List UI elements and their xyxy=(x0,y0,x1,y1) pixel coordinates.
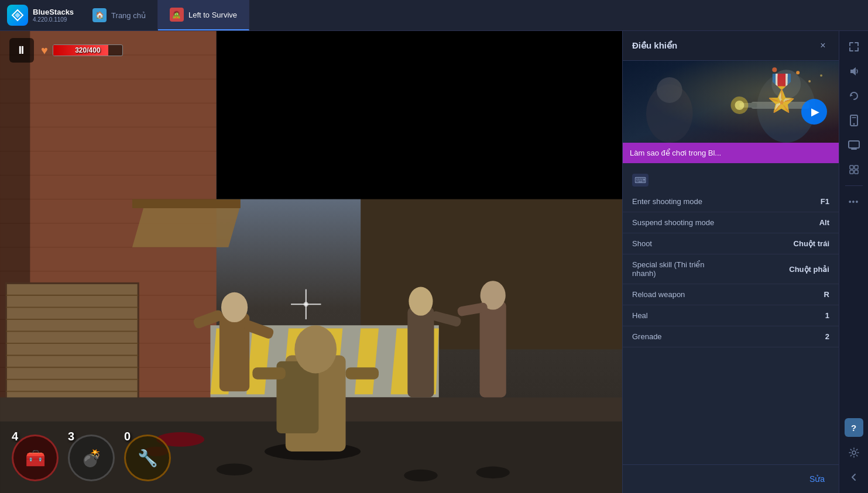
control-row-6: Grenade 2 xyxy=(623,326,839,347)
edit-button[interactable]: Sửa xyxy=(805,472,829,486)
svg-point-65 xyxy=(221,292,248,322)
health-bar-container: ♥ 320/400 xyxy=(41,44,123,57)
svg-rect-69 xyxy=(407,307,434,397)
svg-rect-61 xyxy=(252,367,285,380)
svg-point-98 xyxy=(853,123,855,125)
control-row-5: Heal 1 xyxy=(623,305,839,326)
play-button[interactable]: ▶ xyxy=(801,99,827,125)
video-thumbnail[interactable]: ▶ Làm sao để chơi trong Bl... xyxy=(623,61,839,163)
sidebar-icons: ••• ? xyxy=(839,31,868,493)
controls-section: ⌨ Enter shooting mode F1 Suspend shootin… xyxy=(623,163,839,464)
tab-home-label: Trang chủ xyxy=(111,11,146,20)
video-caption: Làm sao để chơi trong Bl... xyxy=(623,143,839,163)
svg-rect-64 xyxy=(219,313,249,392)
svg-point-78 xyxy=(304,302,308,306)
expand-button[interactable] xyxy=(843,36,865,58)
rotate-button[interactable] xyxy=(843,85,865,107)
right-panel: Điều khiển × xyxy=(622,31,839,493)
svg-rect-59 xyxy=(276,361,318,433)
health-text: 320/400 xyxy=(75,46,100,54)
play-icon: ▶ xyxy=(811,105,819,118)
svg-rect-71 xyxy=(430,311,462,327)
question-icon: ? xyxy=(851,423,856,433)
item-slot-1[interactable]: 4 🧰 xyxy=(12,435,59,481)
svg-point-63 xyxy=(217,463,253,475)
more-button[interactable]: ••• xyxy=(843,191,865,213)
screen-button[interactable] xyxy=(843,134,865,156)
svg-rect-86 xyxy=(739,103,757,108)
svg-rect-62 xyxy=(346,367,379,380)
control-key-1: Alt xyxy=(819,218,829,227)
title-bar: BlueStacks 4.220.0.1109 🏠 Trang chủ 🧟 Le… xyxy=(0,0,868,31)
svg-rect-58 xyxy=(286,356,346,451)
tab-home[interactable]: 🏠 Trang chủ xyxy=(81,0,158,30)
control-label-3: Special skill (Thi triểnnhanh) xyxy=(632,260,789,278)
svg-marker-48 xyxy=(210,328,234,394)
svg-marker-1 xyxy=(15,12,20,18)
svg-point-91 xyxy=(796,71,800,74)
svg-point-87 xyxy=(731,96,749,114)
control-label-1: Suspend shooting mode xyxy=(632,218,819,227)
svg-rect-47 xyxy=(210,325,438,397)
control-label-5: Heal xyxy=(632,311,825,320)
svg-marker-95 xyxy=(850,67,856,75)
svg-rect-73 xyxy=(480,301,506,397)
svg-rect-46 xyxy=(210,325,438,397)
game-tab-icon: 🧟 xyxy=(170,8,184,22)
svg-point-74 xyxy=(481,281,506,309)
control-row-4: Reload weapon R xyxy=(623,284,839,305)
panel-header: Điều khiển × xyxy=(623,31,839,61)
svg-rect-105 xyxy=(850,170,853,174)
main-layout: ⏸ ♥ 320/400 4 🧰 3 💣 xyxy=(0,31,868,493)
svg-marker-50 xyxy=(283,328,307,394)
device-button[interactable] xyxy=(843,109,865,132)
pause-button[interactable]: ⏸ xyxy=(9,38,34,63)
item-count-3: 0 xyxy=(124,430,131,443)
control-key-0: F1 xyxy=(821,197,829,206)
back-button[interactable] xyxy=(843,466,865,488)
svg-point-93 xyxy=(772,67,777,72)
panel-footer: Sửa xyxy=(623,464,839,493)
svg-point-68 xyxy=(404,470,438,482)
macro-button[interactable] xyxy=(843,158,865,181)
svg-point-107 xyxy=(852,451,856,454)
svg-point-84 xyxy=(771,70,801,99)
tab-game[interactable]: 🧟 Left to Survive xyxy=(158,0,249,30)
health-bar: 320/400 xyxy=(53,44,123,56)
svg-point-90 xyxy=(657,77,682,103)
ammo-icon: 🔧 xyxy=(124,435,171,481)
control-label-6: Grenade xyxy=(632,332,825,341)
svg-rect-106 xyxy=(855,170,858,174)
svg-point-94 xyxy=(820,74,822,77)
bluestacks-logo: BlueStacks 4.220.0.1109 xyxy=(0,5,81,26)
svg-point-88 xyxy=(735,101,744,110)
svg-rect-85 xyxy=(751,102,809,109)
app-name: BlueStacks xyxy=(33,8,74,16)
item-slot-3[interactable]: 0 🔧 xyxy=(124,435,171,481)
svg-point-60 xyxy=(294,325,337,373)
bottom-hud: 4 🧰 3 💣 0 🔧 xyxy=(12,435,171,481)
pause-icon: ⏸ xyxy=(16,44,28,57)
game-area[interactable]: ⏸ ♥ 320/400 4 🧰 3 💣 xyxy=(0,31,622,493)
svg-point-89 xyxy=(646,84,693,143)
svg-point-72 xyxy=(476,467,510,479)
control-key-5: 1 xyxy=(825,311,829,320)
panel-title: Điều khiển xyxy=(632,40,677,51)
item-slot-2[interactable]: 3 💣 xyxy=(68,435,115,481)
svg-point-70 xyxy=(409,287,433,316)
item-count-1: 4 xyxy=(12,430,18,443)
help-button[interactable]: ? xyxy=(845,418,863,437)
grenade-icon: 💣 xyxy=(68,435,115,481)
svg-rect-44 xyxy=(132,199,241,208)
hud: ⏸ ♥ 320/400 xyxy=(0,31,622,70)
svg-rect-104 xyxy=(855,166,858,169)
control-label-4: Reload weapon xyxy=(632,290,824,299)
heart-icon: ♥ xyxy=(41,44,48,57)
close-button[interactable]: × xyxy=(816,39,829,52)
more-icon: ••• xyxy=(849,197,859,206)
volume-button[interactable] xyxy=(843,60,865,82)
control-key-6: 2 xyxy=(825,332,829,341)
settings-button[interactable] xyxy=(843,442,865,464)
control-key-3: Chuột phải xyxy=(789,265,829,274)
bluestacks-name: BlueStacks 4.220.0.1109 xyxy=(33,8,74,23)
